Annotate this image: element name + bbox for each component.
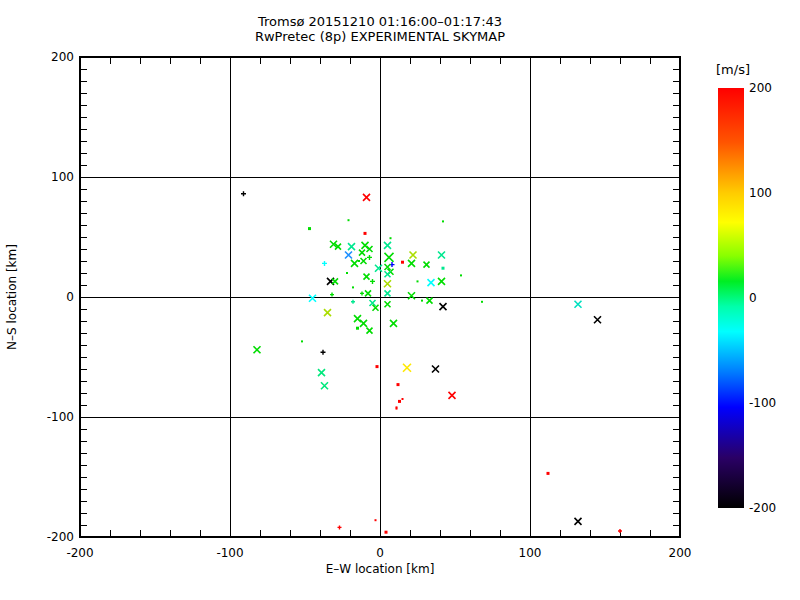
- colorbar-tick-label: -200: [749, 501, 776, 515]
- scatter-point: [390, 237, 392, 239]
- scatter-point: [397, 383, 400, 386]
- scatter-point: [356, 327, 359, 330]
- scatter-point: [385, 290, 391, 296]
- scatter-point: [345, 252, 352, 259]
- scatter-point: [365, 290, 371, 296]
- scatter-point: [375, 519, 377, 521]
- scatter-point: [398, 400, 401, 403]
- scatter-point: [385, 253, 394, 262]
- scatter-point: [359, 250, 365, 256]
- scatter-point: [376, 365, 379, 368]
- scatter-point: [402, 398, 404, 400]
- scatter-point: [367, 255, 372, 260]
- scatter-point: [352, 286, 354, 288]
- scatter-point: [301, 340, 303, 342]
- scatter-point: [318, 369, 325, 376]
- y-tick-label: -200: [47, 530, 74, 544]
- scatter-point: [361, 258, 367, 264]
- scatter-point: [360, 320, 367, 327]
- scatter-point: [410, 252, 417, 259]
- scatter-point: [618, 529, 622, 533]
- colorbar-tick-label: -100: [749, 396, 776, 410]
- scatter-point: [348, 219, 350, 221]
- scatter-point: [351, 300, 355, 304]
- scatter-point: [460, 274, 462, 276]
- scatter-point: [438, 252, 445, 259]
- scatter-point: [428, 279, 435, 286]
- scatter-point: [442, 267, 445, 270]
- scatter-point: [408, 260, 415, 267]
- scatter-point: [385, 301, 391, 307]
- colorbar-unit-label: [m/s]: [716, 62, 750, 77]
- scatter-point: [594, 316, 601, 323]
- colorbar-tick-label: 100: [749, 186, 772, 200]
- colorbar: [718, 88, 744, 508]
- scatter-point: [309, 295, 316, 302]
- scatter-point: [575, 301, 582, 308]
- scatter-point: [308, 227, 311, 230]
- scatter-point: [481, 301, 483, 303]
- scatter-point: [384, 242, 391, 249]
- scatter-point: [332, 278, 338, 284]
- skymap-plot: -200-1000100200-200-1000100200E–W locati…: [0, 0, 800, 600]
- x-axis-label: E–W location [km]: [326, 562, 435, 576]
- scatter-point: [348, 243, 355, 250]
- scatter-point: [367, 328, 373, 334]
- scatter-point: [338, 525, 342, 529]
- colorbar-tick-label: 0: [749, 291, 757, 305]
- scatter-point: [390, 320, 397, 327]
- scatter-point: [408, 292, 415, 299]
- scatter-point: [360, 291, 364, 295]
- scatter-point: [370, 279, 375, 284]
- scatter-point: [403, 364, 411, 372]
- scatter-point: [438, 278, 445, 285]
- scatter-point: [396, 408, 398, 410]
- scatter-point: [385, 271, 391, 277]
- scatter-point: [324, 309, 331, 316]
- x-tick-label: 200: [669, 546, 692, 560]
- scatter-point: [384, 280, 391, 287]
- skymap-window: Tromsø 20151210 01:16:00–01:17:43 RwPret…: [0, 0, 800, 600]
- scatter-point: [440, 303, 447, 310]
- scatter-point: [351, 260, 358, 267]
- scatter-point: [547, 472, 550, 475]
- y-tick-label: -100: [47, 410, 74, 424]
- scatter-point: [575, 518, 582, 525]
- scatter-point: [421, 300, 423, 302]
- scatter-point: [449, 392, 456, 399]
- scatter-point: [442, 220, 444, 222]
- x-tick-label: 0: [376, 546, 384, 560]
- x-tick-label: -100: [216, 546, 243, 560]
- scatter-point: [417, 280, 419, 282]
- scatter-point: [321, 382, 328, 389]
- scatter-point: [346, 272, 348, 274]
- scatter-point: [358, 260, 360, 262]
- y-tick-label: 0: [66, 290, 74, 304]
- x-tick-label: -200: [66, 546, 93, 560]
- scatter-point: [241, 191, 246, 196]
- scatter-point: [385, 531, 388, 534]
- scatter-point: [322, 261, 327, 266]
- y-axis-label: N–S location [km]: [5, 244, 19, 350]
- x-tick-label: 100: [519, 546, 542, 560]
- y-tick-label: 100: [51, 170, 74, 184]
- scatter-point: [254, 346, 261, 353]
- colorbar-tick-label: 200: [749, 81, 772, 95]
- scatter-point: [354, 315, 361, 322]
- scatter-point: [321, 350, 326, 355]
- scatter-point: [401, 261, 404, 264]
- scatter-point: [375, 265, 382, 272]
- y-tick-label: 200: [51, 50, 74, 64]
- scatter-point: [424, 262, 430, 268]
- scatter-point: [427, 298, 433, 304]
- scatter-point: [363, 194, 370, 201]
- scatter-point: [432, 366, 439, 373]
- scatter-point: [330, 293, 334, 297]
- scatter-point: [364, 232, 367, 235]
- scatter-point: [367, 246, 373, 252]
- scatter-point: [364, 274, 370, 280]
